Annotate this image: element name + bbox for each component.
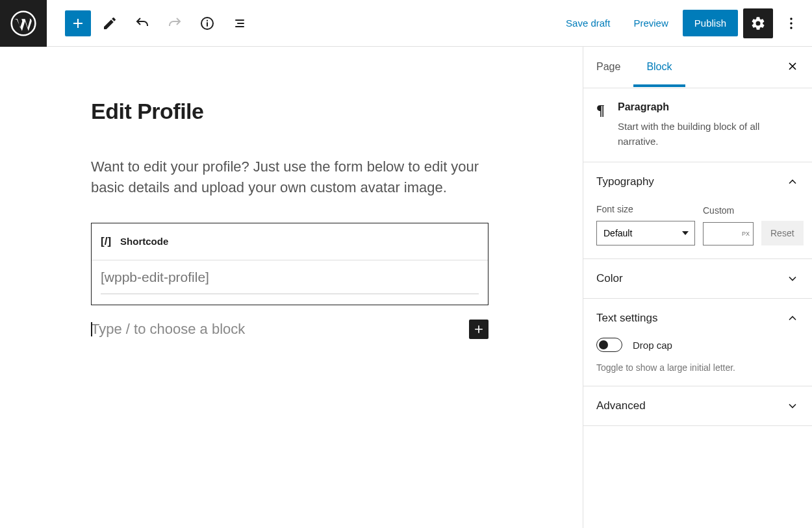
dropcap-toggle[interactable] (596, 338, 622, 352)
shortcode-block[interactable]: [/] Shortcode [wppb-edit-profile] (91, 223, 488, 305)
shortcode-icon: [/] (101, 235, 111, 248)
settings-sidebar: Page Block ¶ Paragraph Start with the bu… (583, 47, 812, 528)
publish-button[interactable]: Publish (683, 10, 738, 36)
block-description: Start with the building block of all nar… (618, 119, 799, 149)
redo-button[interactable] (161, 10, 188, 37)
wordpress-logo[interactable] (0, 0, 47, 47)
editor-canvas[interactable]: Edit Profile Want to edit your profile? … (0, 47, 583, 528)
svg-point-4 (790, 27, 792, 29)
typography-panel-header[interactable]: Typography (596, 175, 799, 188)
add-block-button[interactable] (65, 10, 91, 36)
edit-tool-button[interactable] (96, 10, 123, 37)
block-name: Paragraph (618, 101, 799, 113)
tab-block[interactable]: Block (633, 48, 685, 87)
color-panel-header[interactable]: Color (596, 272, 799, 285)
svg-point-3 (790, 22, 792, 24)
top-toolbar: Save draft Preview Publish (0, 0, 812, 47)
new-block-placeholder[interactable]: Type / to choose a block (91, 321, 245, 338)
tab-page[interactable]: Page (583, 48, 633, 87)
font-size-label: Font size (596, 204, 695, 214)
text-settings-panel-header[interactable]: Text settings (596, 312, 799, 325)
reset-font-size-button[interactable]: Reset (761, 221, 804, 245)
paragraph-icon: ¶ (596, 101, 605, 119)
chevron-up-icon (786, 175, 799, 188)
svg-point-2 (790, 18, 792, 19)
add-block-inline-button[interactable] (469, 320, 488, 339)
shortcode-value[interactable]: [wppb-edit-profile] (101, 270, 479, 285)
info-button[interactable] (194, 10, 221, 37)
chevron-down-icon (786, 399, 799, 412)
dropcap-label: Drop cap (633, 340, 672, 351)
custom-size-label: Custom (703, 205, 754, 216)
advanced-panel-header[interactable]: Advanced (596, 399, 799, 412)
page-intro-paragraph[interactable]: Want to edit your profile? Just use the … (91, 157, 488, 198)
undo-button[interactable] (129, 10, 156, 37)
shortcode-label: Shortcode (120, 236, 168, 247)
font-size-select[interactable]: Default (596, 221, 695, 245)
settings-button[interactable] (743, 8, 773, 38)
chevron-down-icon (786, 272, 799, 285)
save-draft-button[interactable]: Save draft (557, 11, 619, 35)
page-title[interactable]: Edit Profile (91, 99, 488, 124)
outline-button[interactable] (226, 10, 253, 37)
close-sidebar-button[interactable] (773, 47, 812, 88)
custom-size-input[interactable] (703, 222, 754, 245)
dropcap-description: Toggle to show a large initial letter. (596, 362, 799, 373)
preview-button[interactable]: Preview (624, 11, 677, 35)
more-options-button[interactable] (778, 8, 804, 38)
chevron-up-icon (786, 312, 799, 325)
